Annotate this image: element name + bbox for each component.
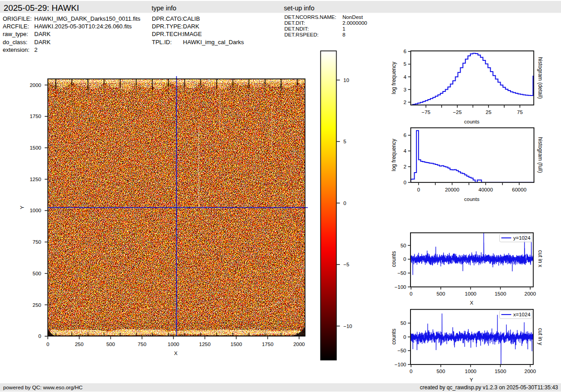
- svg-text:−10: −10: [343, 324, 352, 329]
- svg-text:3: 3: [404, 87, 406, 92]
- svg-text:X: X: [174, 351, 178, 356]
- svg-text:Y: Y: [19, 205, 25, 209]
- svg-text:60000: 60000: [512, 187, 526, 192]
- svg-text:0: 0: [38, 333, 41, 339]
- svg-text:type info: type info: [152, 5, 177, 12]
- svg-text:1500: 1500: [495, 291, 506, 296]
- svg-text:2: 2: [404, 164, 406, 169]
- svg-text:1000: 1000: [30, 208, 41, 213]
- svg-text:0: 0: [403, 334, 406, 340]
- svg-text:raw_type:: raw_type:: [3, 31, 28, 37]
- svg-text:75: 75: [517, 109, 523, 115]
- svg-text:Y: Y: [470, 377, 473, 383]
- svg-text:do_class:: do_class:: [3, 39, 27, 46]
- svg-text:0: 0: [46, 342, 49, 347]
- svg-text:0: 0: [410, 369, 412, 374]
- svg-text:25: 25: [486, 109, 492, 115]
- svg-text:2000: 2000: [30, 82, 41, 88]
- svg-text:HAWKI_img_cal_Darks: HAWKI_img_cal_Darks: [183, 39, 244, 46]
- svg-text:1000: 1000: [465, 369, 477, 374]
- svg-text:log frequency: log frequency: [391, 62, 397, 94]
- svg-text:−50: −50: [397, 348, 406, 353]
- svg-text:HAWKI.2025-05-30T10:24:26.060.: HAWKI.2025-05-30T10:24:26.060.fits: [34, 23, 132, 30]
- svg-text:DPR.TYPE:: DPR.TYPE:: [152, 23, 183, 30]
- svg-text:ARCFILE:: ARCFILE:: [3, 23, 29, 30]
- svg-text:X: X: [470, 300, 474, 305]
- svg-text:DARK: DARK: [34, 39, 50, 46]
- svg-text:40000: 40000: [479, 187, 493, 192]
- svg-text:1750: 1750: [262, 342, 274, 347]
- svg-text:DPR.CATG:: DPR.CATG:: [152, 15, 183, 22]
- svg-text:counts: counts: [391, 328, 397, 344]
- svg-text:−5: −5: [343, 262, 349, 267]
- svg-text:500: 500: [106, 342, 115, 347]
- svg-text:20000: 20000: [445, 187, 459, 192]
- svg-text:0: 0: [343, 201, 346, 206]
- svg-text:0: 0: [417, 187, 420, 192]
- svg-text:2025-05-29: HAWKI: 2025-05-29: HAWKI: [4, 3, 79, 13]
- svg-text:counts: counts: [464, 196, 479, 202]
- svg-text:−75: −75: [422, 109, 431, 115]
- svg-text:500: 500: [437, 291, 445, 296]
- svg-text:1250: 1250: [30, 177, 41, 182]
- svg-text:ORIGFILE:: ORIGFILE:: [3, 15, 32, 22]
- svg-text:DET.NCORRS.NAME:: DET.NCORRS.NAME:: [284, 14, 336, 20]
- svg-text:x=1024: x=1024: [513, 312, 531, 317]
- svg-text:6: 6: [404, 132, 406, 138]
- svg-text:counts: counts: [464, 119, 479, 124]
- svg-text:1000: 1000: [465, 291, 477, 296]
- svg-text:4: 4: [404, 148, 407, 154]
- svg-text:DPR.TECH:: DPR.TECH:: [152, 31, 183, 37]
- svg-text:0: 0: [404, 180, 406, 185]
- svg-text:5: 5: [343, 139, 346, 144]
- svg-text:50: 50: [401, 243, 406, 248]
- svg-text:−100: −100: [395, 362, 406, 367]
- svg-text:4: 4: [404, 74, 407, 80]
- svg-text:1750: 1750: [30, 114, 41, 119]
- svg-text:cut in y: cut in y: [537, 328, 543, 345]
- svg-text:−50: −50: [397, 270, 406, 276]
- svg-text:2: 2: [404, 100, 406, 105]
- svg-text:NonDest: NonDest: [342, 14, 363, 20]
- svg-text:DET.DIT:: DET.DIT:: [284, 20, 305, 26]
- svg-text:1000: 1000: [168, 342, 179, 347]
- svg-text:cut in x: cut in x: [537, 250, 543, 267]
- svg-text:1500: 1500: [231, 342, 242, 347]
- svg-text:5: 5: [404, 61, 406, 67]
- svg-text:250: 250: [75, 342, 83, 347]
- svg-text:counts: counts: [391, 251, 397, 267]
- svg-text:DARK: DARK: [34, 31, 50, 37]
- svg-text:−100: −100: [395, 284, 406, 290]
- svg-text:HAWKI_IMG_DARK_Darks150_0011.f: HAWKI_IMG_DARK_Darks150_0011.fits: [34, 15, 141, 22]
- svg-text:2.0000000: 2.0000000: [342, 20, 367, 26]
- svg-text:1250: 1250: [199, 342, 211, 347]
- svg-text:8: 8: [342, 32, 345, 37]
- svg-text:set-up info: set-up info: [284, 5, 315, 12]
- svg-text:log frequency: log frequency: [391, 139, 397, 171]
- svg-text:250: 250: [32, 302, 41, 308]
- svg-text:10: 10: [343, 77, 349, 83]
- svg-text:created by qc_rawdisp.py v1.2.: created by qc_rawdisp.py v1.2.3 on 2025-…: [420, 384, 558, 391]
- svg-text:2000: 2000: [525, 369, 536, 374]
- svg-text:750: 750: [32, 239, 41, 245]
- svg-text:0: 0: [410, 291, 412, 296]
- svg-text:−25: −25: [453, 109, 462, 115]
- svg-text:500: 500: [32, 271, 41, 276]
- svg-text:DET.RSPEED:: DET.RSPEED:: [284, 32, 319, 37]
- svg-text:CALIB: CALIB: [183, 15, 200, 22]
- svg-text:2: 2: [34, 46, 37, 53]
- svg-text:powered by QC: www.eso.org/HC: powered by QC: www.eso.org/HC: [3, 384, 83, 391]
- svg-text:0: 0: [403, 256, 406, 262]
- svg-text:6: 6: [404, 49, 406, 54]
- svg-text:2000: 2000: [293, 342, 305, 347]
- svg-text:750: 750: [138, 342, 146, 347]
- svg-text:extension:: extension:: [3, 46, 29, 53]
- svg-text:TPL.ID:: TPL.ID:: [152, 39, 172, 46]
- svg-text:1500: 1500: [495, 369, 506, 374]
- svg-text:y=1024: y=1024: [513, 235, 531, 241]
- svg-text:IMAGE: IMAGE: [183, 31, 202, 37]
- svg-text:50: 50: [401, 320, 406, 326]
- svg-text:DARK: DARK: [183, 23, 199, 30]
- svg-text:1500: 1500: [30, 145, 41, 150]
- svg-text:500: 500: [437, 369, 445, 374]
